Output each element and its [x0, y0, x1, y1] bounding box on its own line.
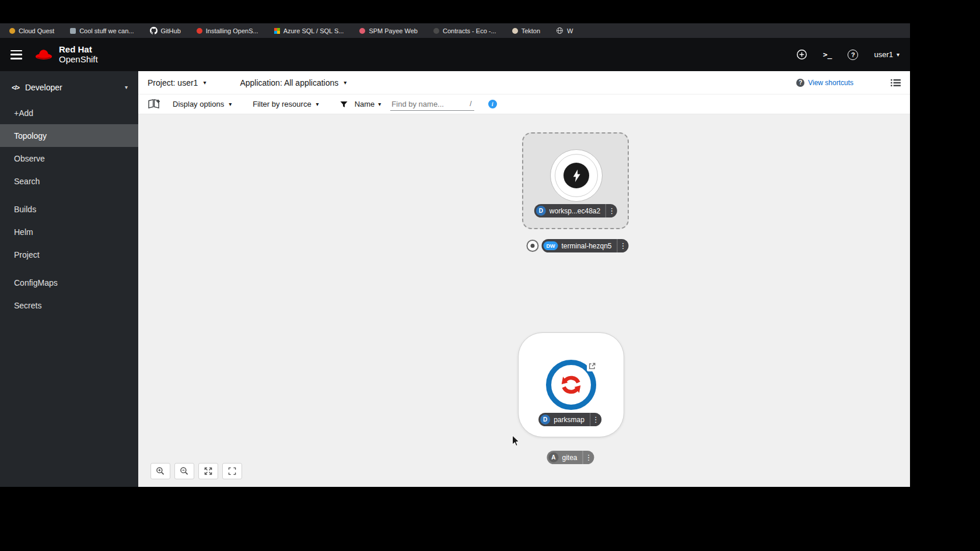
app-window: Cloud Quest Cool stuff we can... GitHub … [0, 23, 910, 487]
sidebar-item-topology[interactable]: Topology [0, 124, 138, 147]
sidebar-item-configmaps[interactable]: ConfigMaps [0, 271, 138, 294]
terminal-node-row[interactable]: DW terminal-hezqn5 ⋮ [526, 239, 628, 252]
help-icon[interactable]: ? [848, 50, 858, 60]
project-dropdown[interactable]: Project: user1 ▾ [148, 78, 206, 87]
gitea-node-label[interactable]: A gitea ⋮ [547, 451, 594, 464]
name-filter-dropdown[interactable]: Name ▾ [340, 100, 382, 108]
code-icon: </> [12, 84, 19, 91]
bookmark-label: GitHub [161, 27, 181, 34]
kebab-menu-icon[interactable]: ⋮ [583, 451, 594, 464]
deployment-badge: D [540, 415, 550, 424]
caret-down-icon: ▾ [897, 52, 900, 58]
caret-down-icon: ▾ [344, 80, 346, 86]
microsoft-grid-icon [274, 28, 280, 34]
view-shortcuts-label: View shortcuts [808, 79, 853, 87]
topology-toolbar: Display options ▾ Filter by resource ▾ N… [138, 94, 910, 114]
sidebar-item-secrets[interactable]: Secrets [0, 294, 138, 317]
application-dropdown[interactable]: Application: All applications ▾ [240, 78, 346, 87]
perspective-switcher[interactable]: </> Developer ▾ [0, 71, 138, 101]
bookmark-azure-sql[interactable]: Azure SQL / SQL S... [274, 27, 344, 34]
bookmark-w[interactable]: W [556, 27, 573, 34]
mouse-cursor [512, 435, 520, 450]
caret-down-icon: ▾ [203, 80, 206, 86]
workspace-status-decorator-icon[interactable] [526, 240, 538, 252]
bookmark-installing-openshift[interactable]: Installing OpenS... [197, 27, 258, 34]
canvas-controls [150, 463, 242, 479]
browser-bookmarks-bar: Cloud Quest Cool stuff we can... GitHub … [0, 23, 910, 38]
bookmark-label: Tekton [522, 27, 540, 34]
favicon-dot-icon [512, 28, 518, 34]
workspace-node-label[interactable]: D worksp...ec48a2 ⋮ [534, 204, 617, 217]
sidebar-item-add[interactable]: +Add [0, 101, 138, 124]
application-dropdown-label: Application: All applications [240, 78, 338, 87]
caret-down-icon: ▾ [125, 85, 128, 90]
display-options-dropdown[interactable]: Display options ▾ [173, 100, 232, 108]
topology-canvas[interactable]: D worksp...ec48a2 ⋮ DW terminal-hezqn5 ⋮ [138, 114, 910, 487]
terminal-node-name: terminal-hezqn5 [561, 242, 611, 250]
favicon-dot-icon [197, 28, 202, 34]
deployment-badge: D [536, 206, 546, 216]
application-badge: A [548, 452, 558, 462]
filter-funnel-icon [340, 101, 348, 108]
zoom-in-button[interactable] [150, 463, 170, 479]
brand-line-openshift: OpenShift [59, 55, 98, 65]
kebab-menu-icon[interactable]: ⋮ [590, 413, 601, 426]
shortcut-slash-hint: / [467, 100, 474, 108]
name-filter-label: Name [355, 100, 375, 108]
quick-search-icon[interactable] [148, 99, 161, 110]
question-circle-icon: ? [796, 79, 804, 87]
sidebar-item-project[interactable]: Project [0, 243, 138, 266]
bookmark-label: SPM Payee Web [369, 27, 418, 34]
context-bar: Project: user1 ▾ Application: All applic… [138, 71, 910, 94]
sidebar-item-helm[interactable]: Helm [0, 220, 138, 243]
info-icon[interactable]: i [488, 100, 497, 108]
workspace-node-circle [550, 149, 603, 202]
caret-down-icon: ▾ [316, 101, 319, 107]
caret-down-icon: ▾ [378, 101, 381, 107]
zoom-out-button[interactable] [174, 463, 194, 479]
bookmark-label: Azure SQL / SQL S... [284, 27, 344, 34]
find-by-name-input[interactable] [390, 98, 467, 110]
bookmark-contracts[interactable]: Contracts - Eco -... [433, 27, 496, 34]
external-link-icon[interactable] [587, 361, 597, 371]
find-by-name-field: / [390, 98, 474, 111]
fullscreen-button[interactable] [222, 463, 242, 479]
sidebar-item-builds[interactable]: Builds [0, 198, 138, 220]
filter-by-resource-dropdown[interactable]: Filter by resource ▾ [253, 100, 318, 108]
sidebar-item-search[interactable]: Search [0, 170, 138, 192]
gitea-node-name: gitea [562, 454, 577, 462]
user-menu[interactable]: user1 ▾ [874, 50, 900, 59]
devworkspace-badge: DW [543, 241, 558, 250]
favicon-dot-icon [359, 28, 365, 34]
perspective-label: Developer [25, 83, 62, 92]
bookmark-tekton[interactable]: Tekton [512, 27, 540, 34]
lightning-icon [564, 163, 589, 188]
project-dropdown-label: Project: user1 [148, 78, 198, 87]
brand-line-redhat: Red Hat [59, 45, 98, 55]
fit-to-screen-button[interactable] [198, 463, 218, 479]
favicon-square-icon [70, 28, 76, 34]
username: user1 [874, 50, 893, 59]
sidebar-item-observe[interactable]: Observe [0, 147, 138, 170]
bookmark-spm-payee[interactable]: SPM Payee Web [359, 27, 418, 34]
favicon-dot-icon [433, 28, 439, 34]
list-view-toggle-icon[interactable] [891, 79, 901, 87]
view-shortcuts-link[interactable]: ? View shortcuts [796, 79, 853, 87]
kebab-menu-icon[interactable]: ⋮ [606, 204, 617, 217]
hamburger-menu-icon[interactable] [10, 50, 22, 59]
favicon-dot-icon [9, 28, 15, 34]
kebab-menu-icon[interactable]: ⋮ [617, 239, 629, 252]
workspace-node-name: worksp...ec48a2 [550, 207, 600, 215]
parksmap-node-label[interactable]: D parksmap ⋮ [538, 413, 601, 426]
terminal-node-label[interactable]: DW terminal-hezqn5 ⋮ [541, 239, 628, 252]
bookmark-label: Cool stuff we can... [79, 27, 134, 34]
bookmark-cloud-quest[interactable]: Cloud Quest [9, 27, 54, 34]
bookmark-label: Cloud Quest [19, 27, 54, 34]
parksmap-node-name: parksmap [554, 416, 584, 424]
redhat-openshift-logo: Red Hat OpenShift [34, 45, 98, 65]
web-terminal-icon[interactable]: >_ [823, 50, 832, 59]
redhat-fedora-icon [34, 48, 54, 61]
bookmark-cool-stuff[interactable]: Cool stuff we can... [70, 27, 134, 34]
quick-create-plus-icon[interactable] [796, 49, 807, 60]
bookmark-github[interactable]: GitHub [150, 27, 181, 34]
